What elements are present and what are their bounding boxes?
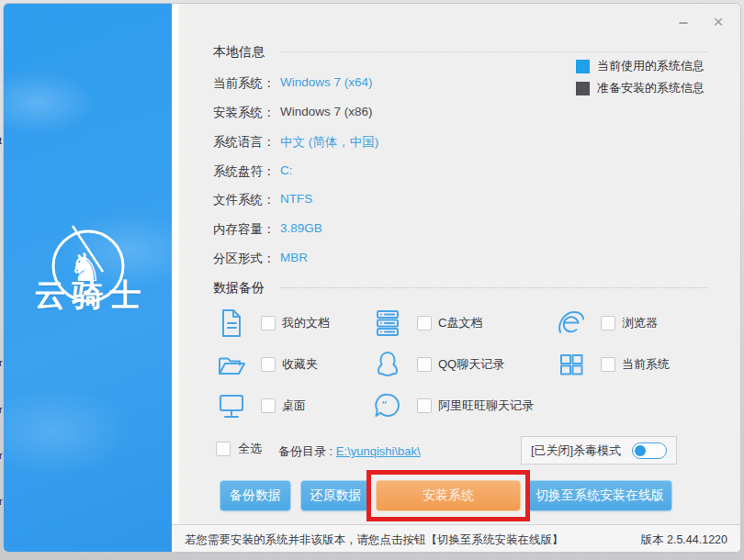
folder-icon xyxy=(216,349,247,380)
version-text: 版本 2.5.44.1220 xyxy=(640,532,727,548)
backup-item-desktop[interactable]: 桌面 xyxy=(216,388,306,423)
wangwang-history-checkbox[interactable] xyxy=(417,398,432,413)
info-label: 安装系统： xyxy=(213,105,280,121)
backup-item-qq-history[interactable]: QQ聊天记录 xyxy=(372,347,504,382)
restore-data-button[interactable]: 还原数据 xyxy=(300,480,371,511)
svg-text:”: ” xyxy=(381,398,388,412)
backup-item-favorites[interactable]: 收藏夹 xyxy=(216,347,318,382)
legend-label: 准备安装的系统信息 xyxy=(597,80,705,96)
info-row-current-system: 当前系统： Windows 7 (x64) xyxy=(213,75,373,92)
panel-divider xyxy=(172,4,186,552)
main-panel: – × 本地信息 当前使用的系统信息 准备安装的系统信息 当前系统： Windo… xyxy=(172,4,740,552)
backup-item-current-system[interactable]: 当前系统 xyxy=(556,347,670,382)
info-row-memory: 内存容量： 3.89GB xyxy=(213,221,322,238)
backup-item-c-drive-docs[interactable]: C盘文档 xyxy=(372,306,482,341)
edge-artifact-letter: r xyxy=(0,358,3,368)
info-row-file-system: 文件系统： NTFS xyxy=(213,192,312,208)
select-all-label: 全选 xyxy=(238,441,262,457)
info-value: Windows 7 (x86) xyxy=(280,105,373,121)
backup-item-label: 浏览器 xyxy=(622,315,658,331)
info-row-install-system: 安装系统： Windows 7 (x86) xyxy=(213,105,373,121)
c-drive-docs-checkbox[interactable] xyxy=(417,316,432,330)
backup-item-wangwang-history[interactable]: ” 阿里旺旺聊天记录 xyxy=(372,388,534,423)
info-row-partition: 分区形式： MBR xyxy=(213,251,308,267)
close-button[interactable]: × xyxy=(707,11,729,33)
options-row: 全选 备份目录 : E:\yunqishi\bak\ [已关闭]杀毒模式 xyxy=(172,436,740,467)
backup-data-button[interactable]: 备份数据 xyxy=(220,480,291,511)
info-value: NTFS xyxy=(280,192,312,208)
edge-artifact-letter: r xyxy=(0,451,3,461)
info-label: 文件系统： xyxy=(213,192,280,208)
legend-swatch-current xyxy=(576,60,590,73)
select-all-checkbox[interactable] xyxy=(216,442,231,456)
info-label: 系统盘符： xyxy=(213,163,280,180)
drive-stack-icon xyxy=(372,308,403,339)
legend-swatch-target xyxy=(576,82,590,95)
section-divider xyxy=(280,287,707,288)
info-value: 中文 (简体，中国) xyxy=(280,134,378,151)
monitor-icon xyxy=(216,390,247,421)
backup-directory-label: 备份目录 : xyxy=(278,444,336,458)
switch-online-button[interactable]: 切换至系统安装在线版 xyxy=(527,480,672,511)
desktop-checkbox[interactable] xyxy=(261,398,276,413)
legend: 当前使用的系统信息 准备安装的系统信息 xyxy=(576,55,705,99)
backup-item-label: 当前系统 xyxy=(622,356,670,373)
info-row-system-drive: 系统盘符： C: xyxy=(213,163,293,180)
legend-item-current: 当前使用的系统信息 xyxy=(576,55,705,77)
minimize-button[interactable]: – xyxy=(672,11,694,33)
legend-label: 当前使用的系统信息 xyxy=(597,58,705,74)
backup-directory: 备份目录 : E:\yunqishi\bak\ xyxy=(278,443,421,460)
windows-icon xyxy=(556,349,587,380)
info-value: Windows 7 (x64) xyxy=(280,75,373,92)
edge-artifact-letter: r xyxy=(0,405,3,415)
wangwang-icon: ” xyxy=(372,390,403,421)
backup-item-label: 桌面 xyxy=(282,398,306,414)
app-window: ♞ 云骑士 – × 本地信息 当前使用的系统信息 准备安装的系统信息 xyxy=(3,3,741,553)
info-value: C: xyxy=(280,163,293,180)
antivirus-toggle[interactable] xyxy=(632,442,667,459)
sidebar: ♞ 云骑士 xyxy=(4,4,172,552)
section-divider xyxy=(280,51,707,52)
edge-artifact-letter: r xyxy=(0,497,3,507)
favorites-checkbox[interactable] xyxy=(261,357,276,372)
qq-icon xyxy=(372,349,403,380)
document-icon xyxy=(216,308,247,339)
edge-artifact-letter: t xyxy=(0,136,2,146)
antivirus-mode-label: [已关闭]杀毒模式 xyxy=(531,442,632,459)
qq-history-checkbox[interactable] xyxy=(417,357,432,372)
info-label: 当前系统： xyxy=(213,75,280,92)
brand-name: 云骑士 xyxy=(4,274,172,317)
backup-item-label: 收藏夹 xyxy=(282,356,318,373)
browser-checkbox[interactable] xyxy=(601,316,615,330)
select-all[interactable]: 全选 xyxy=(216,441,262,457)
info-label: 内存容量： xyxy=(213,221,280,238)
backup-directory-link[interactable]: E:\yunqishi\bak\ xyxy=(336,444,421,458)
backup-item-my-documents[interactable]: 我的文档 xyxy=(216,306,330,341)
current-system-checkbox[interactable] xyxy=(601,357,615,372)
window-frame: ♞ 云骑士 – × 本地信息 当前使用的系统信息 准备安装的系统信息 xyxy=(0,0,744,560)
backup-title: 数据备份 xyxy=(213,280,265,297)
ie-browser-icon xyxy=(556,308,587,339)
my-documents-checkbox[interactable] xyxy=(261,316,276,330)
local-info-title: 本地信息 xyxy=(213,44,265,61)
backup-item-label: C盘文档 xyxy=(438,315,482,331)
footer-hint: 若您需要安装的系统并非该版本，请您点击按钮【切换至系统安装在线版】 xyxy=(185,532,640,548)
info-label: 系统语言： xyxy=(213,134,280,151)
backup-item-label: QQ聊天记录 xyxy=(438,356,504,373)
info-value: MBR xyxy=(280,251,308,267)
info-row-system-language: 系统语言： 中文 (简体，中国) xyxy=(213,134,378,151)
backup-item-label: 阿里旺旺聊天记录 xyxy=(438,398,534,414)
backup-item-browser[interactable]: 浏览器 xyxy=(556,306,658,341)
info-value: 3.89GB xyxy=(280,221,322,238)
info-label: 分区形式： xyxy=(213,251,280,267)
backup-item-label: 我的文档 xyxy=(282,315,330,331)
legend-item-target: 准备安装的系统信息 xyxy=(576,77,705,99)
footer: 若您需要安装的系统并非该版本，请您点击按钮【切换至系统安装在线版】 版本 2.5… xyxy=(172,524,740,553)
toggle-knob xyxy=(635,445,646,456)
install-system-button[interactable]: 安装系统 xyxy=(376,480,521,511)
antivirus-mode-box: [已关闭]杀毒模式 xyxy=(521,436,677,465)
